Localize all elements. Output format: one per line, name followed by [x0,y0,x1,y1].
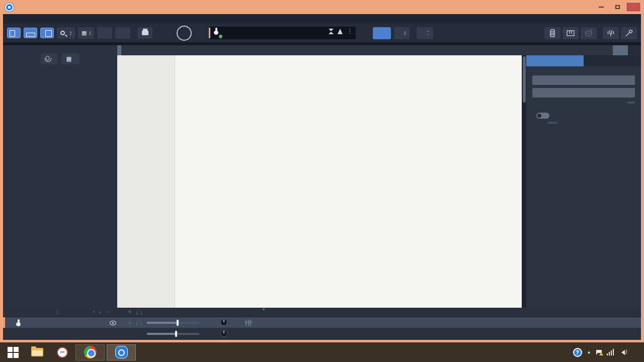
chords-button[interactable]: ▦ [61,53,80,64]
hourglass-icon[interactable] [329,29,334,34]
print-button[interactable] [137,27,152,39]
tracks-header: ⋮ ▾▴⇥ ▾ [3,308,641,317]
metronome-icon[interactable] [338,29,343,34]
master-volume-slider[interactable] [147,333,199,335]
track-guitar-icon [16,319,21,326]
tracks-panel: ⋮ ▾▴⇥ ▾ [3,308,641,340]
line-in-button[interactable] [621,27,637,39]
system-tray: ? ▲ [573,348,642,357]
playhead-icon: ▾ [263,307,265,312]
track-solo-icon[interactable] [136,320,142,324]
new-tab-button[interactable] [628,45,641,55]
tuner-button[interactable] [603,27,619,39]
scrollbar-thumb[interactable] [523,56,526,103]
main-toolbar: ▴▾ ▦ ▴▾ ⋮ [3,24,641,42]
notation-palette-sidebar: ▦ [3,45,117,308]
view-page-button[interactable] [7,28,21,38]
score-view[interactable] [117,55,522,308]
guitar-pro-taskbar-button[interactable] [107,344,136,360]
document-tab-bar [117,45,641,55]
bar-ruler[interactable]: ▾ [259,308,641,317]
title-bar [0,0,644,14]
network-signal-icon[interactable] [607,349,614,355]
artist-field[interactable] [532,88,635,98]
zoom-spinner[interactable]: ▴▾ [70,31,71,36]
fretboard-icon [548,29,557,38]
view-horizontal-button[interactable] [24,28,37,38]
windows-logo-icon [8,347,19,358]
score-scrollbar[interactable] [522,55,526,308]
file-explorer-button[interactable] [24,342,50,362]
minimize-button[interactable] [594,2,609,12]
keyboard-view-button[interactable] [562,27,579,39]
speed-control[interactable]: ▴▾ [394,27,410,39]
track-eq-icon[interactable] [246,320,251,326]
chrome-button[interactable] [75,344,105,360]
mute-all-icon[interactable] [126,310,131,314]
printer-icon [142,31,148,35]
close-button[interactable] [626,2,641,12]
action-center-flag-icon[interactable] [596,350,602,354]
menu-bar [3,14,641,24]
document-tab[interactable] [121,45,613,55]
magnifier-icon [60,31,65,35]
folder-icon [31,348,43,356]
minimize-icon [599,7,604,8]
app-icon [5,3,14,12]
concert-tone-toggle[interactable] [536,113,549,119]
visibility-eye-icon[interactable] [110,321,116,325]
track-info-box[interactable]: ⋮ [209,27,356,39]
play-button[interactable] [177,26,192,41]
speed-spinner[interactable]: ▴▾ [404,31,406,36]
chord-grid-icon: ▦ [66,55,72,62]
snipping-tool-button[interactable]: ✂ [50,342,74,362]
microphone-icon [46,56,49,60]
tuner-icon [606,29,615,38]
guitar-pro-icon [115,346,128,358]
drum-view-button[interactable] [581,27,597,39]
undo-button[interactable] [97,27,112,39]
more-button[interactable] [627,102,635,104]
inspector-panel [526,55,641,308]
tab-track[interactable] [584,55,641,66]
track-mute-icon[interactable] [126,321,131,325]
lyrics-button[interactable] [41,53,57,64]
chord-diagrams-top-row [225,58,522,71]
track-order-icons[interactable]: ▾▴⇥ [93,309,113,314]
zoom-control[interactable]: ▴▾ [57,27,75,39]
drum-icon [584,29,593,38]
pan-knob[interactable] [220,319,227,326]
track-row-master[interactable] [3,328,641,340]
tab-song[interactable] [526,55,584,66]
layout-spinner[interactable]: ▴▾ [89,31,91,36]
help-tray-icon[interactable]: ? [573,348,582,357]
score-page [175,55,522,308]
track-row-eguitar[interactable] [3,317,641,328]
stylesheet-open-button[interactable] [547,122,557,124]
windows-taskbar: ✂ ? ▲ [0,342,644,362]
view-vertical-button[interactable] [40,28,54,38]
guitar-pro-window: ▴▾ ▦ ▴▾ ⋮ [0,0,644,362]
maximize-button[interactable] [610,2,625,12]
pitch-stepper[interactable]: +− [427,30,429,36]
start-button[interactable] [2,342,24,362]
guitar-icon [214,28,218,35]
master-pan-knob[interactable] [220,330,227,337]
title-field[interactable] [532,75,635,85]
tuning-control[interactable]: +− [417,27,433,39]
tracks-menu-icon[interactable]: ⋮ [55,309,60,315]
precision-dot-icon [219,35,222,38]
redo-button[interactable] [115,27,130,39]
speaker-icon[interactable] [619,350,625,355]
track-menu-icon[interactable]: ⋮ [347,28,353,35]
tray-expand-icon[interactable]: ▲ [587,350,591,354]
fretboard-view-button[interactable] [544,27,560,39]
solo-all-icon[interactable] [136,310,142,313]
keyboard-icon [566,29,575,38]
loop-button[interactable] [373,27,391,39]
volume-slider[interactable] [147,322,199,324]
scissors-icon: ✂ [57,347,68,358]
bar-timeline[interactable] [259,318,641,327]
layout-grid-icon: ▦ [82,30,87,36]
layout-selector[interactable]: ▦ ▴▾ [78,27,94,39]
